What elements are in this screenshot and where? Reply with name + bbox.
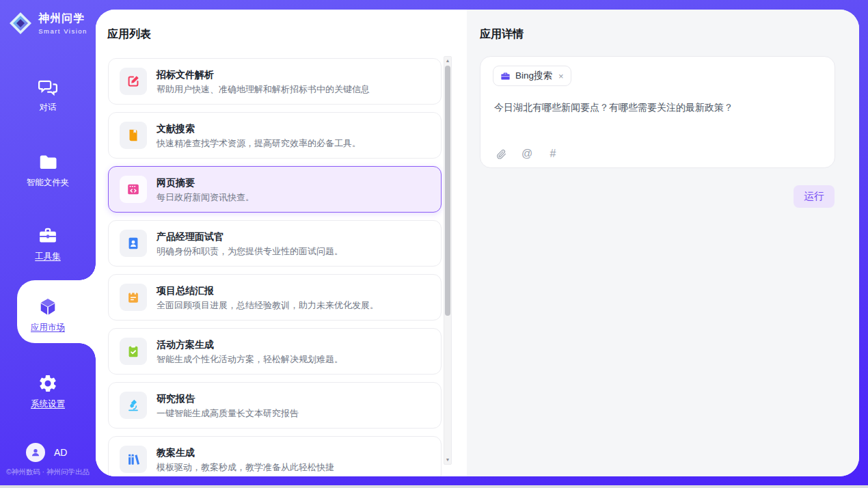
app-icon-tile <box>120 338 147 365</box>
clipboard-check-icon <box>126 344 141 359</box>
app-icon-tile <box>120 392 147 419</box>
list-item-event-plan[interactable]: 活动方案生成 智能生成个性化活动方案，轻松解决规划难题。 <box>108 328 442 375</box>
sidebar: 神州问学 Smart Vision 对话 智能文件夹 工具 <box>0 0 96 488</box>
list-item-research-report[interactable]: 研究报告 一键智能生成高质量长文本研究报告 <box>108 382 442 429</box>
tool-tag-label: Bing搜索 <box>515 70 552 82</box>
hash-icon[interactable]: # <box>546 147 560 161</box>
sidebar-item-toolset[interactable]: 工具集 <box>0 226 96 262</box>
sidebar-item-smart-folder[interactable]: 智能文件夹 <box>0 152 96 189</box>
avatar <box>26 443 45 462</box>
app-desc: 全面回顾项目进展，总结经验教训，助力未来优化发展。 <box>157 299 379 311</box>
microscope-icon <box>126 398 141 413</box>
brand-logo: 神州问学 Smart Vision <box>0 11 96 36</box>
app-title: 项目总结汇报 <box>157 284 379 297</box>
sidebar-item-label: 系统设置 <box>31 398 65 410</box>
app-desc: 模板驱动，教案秒成，教学准备从此轻松快捷 <box>157 461 334 473</box>
interview-doc-icon <box>126 236 141 251</box>
app-desc: 每日政府新闻资讯快查。 <box>157 191 254 203</box>
sidebar-item-label: 应用市场 <box>31 322 65 334</box>
gear-icon <box>38 373 58 394</box>
toolbox-icon <box>38 226 58 246</box>
bottom-edge-strip <box>0 485 868 488</box>
app-desc: 明确身份和职责，为您提供专业性的面试问题。 <box>157 245 343 257</box>
app-desc: 智能生成个性化活动方案，轻松解决规划难题。 <box>157 353 343 365</box>
edit-icon <box>126 74 141 89</box>
close-icon[interactable]: × <box>558 71 564 81</box>
app-icon-tile <box>120 284 147 311</box>
app-desc: 一键智能生成高质量长文本研究报告 <box>157 407 299 419</box>
list-item-lesson-plan[interactable]: 教案生成 模板驱动，教案秒成，教学准备从此轻松快捷 <box>108 436 442 476</box>
run-button[interactable]: 运行 <box>794 185 835 208</box>
list-item-pm-interviewer[interactable]: 产品经理面试官 明确身份和职责，为您提供专业性的面试问题。 <box>108 220 442 267</box>
list-item-literature-search[interactable]: 文献搜索 快速精准查找学术资源，提高研究效率的必备工具。 <box>108 112 442 159</box>
copyright-text: ©神州数码 · 神州问学出品 <box>0 467 96 477</box>
prompt-card: Bing搜索 × 今日湖北有哪些新闻要点？有哪些需要关注的最新政策？ @ # <box>480 56 835 168</box>
app-title: 产品经理面试官 <box>157 230 343 243</box>
app-title: 研究报告 <box>157 392 299 405</box>
app-icon-tile <box>120 176 147 203</box>
person-icon <box>30 447 41 458</box>
diamond-gem-icon <box>8 11 33 36</box>
list-item-bid-parse[interactable]: 招标文件解析 帮助用户快速、准确地理解和解析招标书中的关键信息 <box>108 58 442 105</box>
paperclip-icon[interactable] <box>494 147 508 161</box>
app-title: 活动方案生成 <box>157 338 343 351</box>
browser-code-icon <box>126 182 141 197</box>
app-title: 招标文件解析 <box>157 68 370 81</box>
briefcase-icon <box>500 71 511 81</box>
scroll-up-icon[interactable]: ▲ <box>444 57 451 65</box>
app-frame: 神州问学 Smart Vision 对话 智能文件夹 工具 <box>0 0 868 488</box>
list-item-web-summary[interactable]: 网页摘要 每日政府新闻资讯快查。 <box>108 166 442 213</box>
app-title: 网页摘要 <box>157 176 254 189</box>
sidebar-item-chat[interactable]: 对话 <box>0 77 96 113</box>
content-area: 应用列表 招标文件解析 帮助用户快速、准确地理解和解析招标书中的关键信息 <box>96 10 859 476</box>
app-desc: 帮助用户快速、准确地理解和解析招标书中的关键信息 <box>157 83 370 95</box>
note-icon <box>126 290 141 305</box>
app-title: 教案生成 <box>157 446 334 459</box>
tool-tag-bing-search[interactable]: Bing搜索 × <box>493 66 571 86</box>
chat-icon <box>38 77 58 97</box>
user-account[interactable]: AD <box>26 443 67 462</box>
folder-icon <box>38 152 58 172</box>
books-icon <box>126 452 141 467</box>
app-detail-panel: 应用详情 Bing搜索 × 今日湖北有哪些新闻要点？有哪些需要关注的最新政策？ <box>467 10 859 476</box>
app-detail-title: 应用详情 <box>480 27 524 42</box>
app-list-panel: 应用列表 招标文件解析 帮助用户快速、准确地理解和解析招标书中的关键信息 <box>96 10 467 476</box>
composer-toolbar: @ # <box>494 147 560 161</box>
brand-tagline: Smart Vision <box>38 27 87 35</box>
brand-name: 神州问学 <box>38 12 87 26</box>
sidebar-item-label: 对话 <box>40 102 57 113</box>
scrollbar[interactable]: ▲ ▼ <box>444 56 452 465</box>
book-icon <box>126 128 141 143</box>
app-icon-tile <box>120 122 147 149</box>
sidebar-item-label: 智能文件夹 <box>27 177 70 189</box>
at-icon[interactable]: @ <box>520 147 534 161</box>
app-icon-tile <box>120 230 147 257</box>
app-title: 文献搜索 <box>157 122 361 135</box>
sidebar-item-settings[interactable]: 系统设置 <box>0 373 96 410</box>
scrollbar-thumb[interactable] <box>445 66 450 316</box>
app-desc: 快速精准查找学术资源，提高研究效率的必备工具。 <box>157 137 361 149</box>
user-name: AD <box>54 447 67 458</box>
app-list: 招标文件解析 帮助用户快速、准确地理解和解析招标书中的关键信息 文献搜索 快速精… <box>96 10 467 476</box>
cube-icon <box>38 297 58 317</box>
sidebar-item-app-market[interactable]: 应用市场 <box>0 297 96 334</box>
list-item-project-summary[interactable]: 项目总结汇报 全面回顾项目进展，总结经验教训，助力未来优化发展。 <box>108 274 442 321</box>
query-input[interactable]: 今日湖北有哪些新闻要点？有哪些需要关注的最新政策？ <box>494 100 821 114</box>
app-icon-tile <box>120 446 147 473</box>
scroll-down-icon[interactable]: ▼ <box>444 456 451 464</box>
app-icon-tile <box>120 68 147 95</box>
sidebar-item-label: 工具集 <box>35 251 61 262</box>
